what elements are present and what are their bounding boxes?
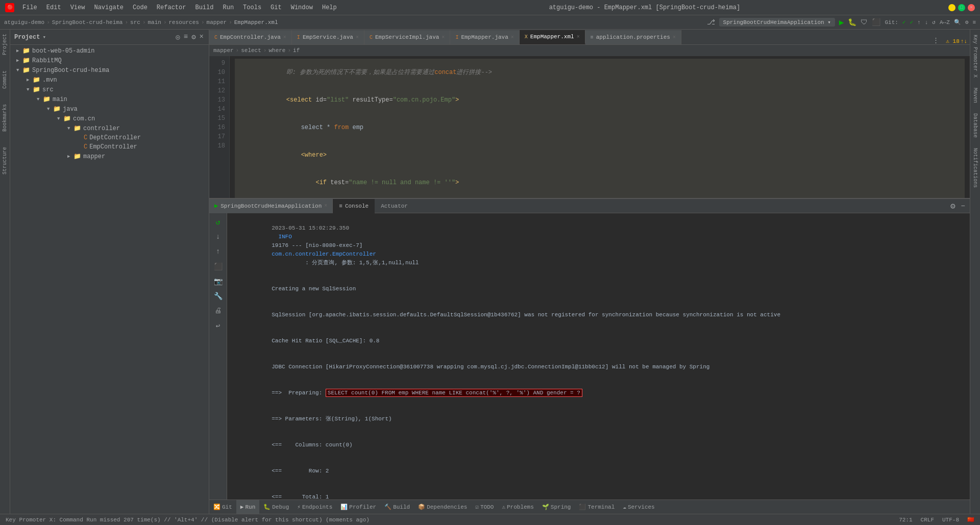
git-bottom-tab[interactable]: 🔀 Git	[209, 500, 236, 514]
menu-help[interactable]: Help	[318, 3, 341, 13]
tree-item-src[interactable]: ▼ 📁 src	[10, 85, 209, 94]
tab-empmapper-xml[interactable]: X EmpMapper.xml ×	[520, 30, 585, 44]
locate-icon[interactable]: ◎	[175, 32, 181, 42]
spring-tab[interactable]: 🌱 Spring	[538, 500, 575, 514]
code-content[interactable]: 即: 参数为死的情况下不需要，如果是占位符需要通过concat进行拼接--> <…	[230, 56, 970, 198]
scroll-down-btn[interactable]: ↓	[212, 231, 224, 243]
tree-item-java[interactable]: ▼ 📁 java	[10, 104, 209, 114]
more-icon[interactable]: ≡	[972, 19, 976, 26]
menu-navigate[interactable]: Navigate	[90, 3, 128, 13]
tab-empcontroller[interactable]: C EmpController.java ×	[209, 30, 292, 44]
tab-close-button[interactable]: ×	[283, 35, 286, 40]
commit-tab[interactable]: Commit	[2, 70, 8, 89]
status-crlf[interactable]: CRLF	[919, 517, 936, 523]
tab-empmapper-java[interactable]: I EmpMapper.java ×	[450, 30, 519, 44]
menu-edit[interactable]: Edit	[42, 3, 65, 13]
problems-tab[interactable]: ⚠ Problems	[498, 500, 537, 514]
right-tab-maven[interactable]: Maven	[971, 85, 979, 106]
tab-close-button[interactable]: ×	[356, 35, 359, 40]
console-output[interactable]: 2023-05-31 15:02:29.350 INFO 19176 --- […	[227, 213, 970, 499]
search-icon[interactable]: 🔍	[954, 19, 961, 26]
breadcrumb-item-mapper[interactable]: mapper	[207, 19, 227, 26]
breadcrumb-where[interactable]: where	[268, 47, 285, 54]
todo-tab[interactable]: ☑ TODO	[471, 500, 498, 514]
status-encoding[interactable]: UTF-8	[941, 517, 961, 523]
tree-item-mvn[interactable]: ▶ 📁 .mvn	[10, 75, 209, 85]
coverage-button[interactable]: 🛡	[861, 18, 868, 27]
run-tab-indicator[interactable]: ▶ SpringBootCrudHeimaApplication ×	[209, 199, 333, 213]
git-arrow-up[interactable]: ↑	[917, 19, 921, 26]
run-button[interactable]: ▶	[839, 17, 844, 28]
stop-run-btn[interactable]: ⬛	[212, 260, 224, 272]
menu-run[interactable]: Run	[218, 3, 238, 13]
tree-item-boot-web[interactable]: ▶ 📁 boot-web-05-admin	[10, 46, 209, 56]
profiler-tab[interactable]: 📊 Profiler	[336, 500, 380, 514]
right-tab-notifications[interactable]: Notifications	[971, 145, 979, 190]
menu-window[interactable]: Window	[287, 3, 317, 13]
scroll-up-btn[interactable]: ↑	[212, 245, 224, 258]
right-tab-key-promoter[interactable]: Key Promoter X	[971, 32, 979, 80]
tree-item-empcontroller[interactable]: C EmpController	[10, 142, 209, 152]
tab-close-button[interactable]: ×	[673, 35, 676, 40]
tree-item-springboot[interactable]: ▼ 📁 SpringBoot-crud-heima	[10, 65, 209, 75]
git-checkmark2[interactable]: ✓	[910, 19, 913, 26]
tab-close-button[interactable]: ×	[511, 35, 514, 40]
menu-refactor[interactable]: Refactor	[153, 3, 190, 13]
run-tab-close[interactable]: ×	[324, 203, 327, 209]
project-tab[interactable]: Project	[2, 34, 8, 55]
rerun-button[interactable]: ↺	[212, 216, 224, 228]
tab-close-button[interactable]: ×	[577, 34, 580, 40]
status-line-col[interactable]: 72:1	[897, 517, 914, 523]
run-wrap-btn[interactable]: ↩	[212, 319, 224, 332]
bookmarks-tab[interactable]: Bookmarks	[2, 104, 8, 132]
breadcrumb-item-project[interactable]: atguigu-demo	[4, 19, 44, 26]
tree-item-controller[interactable]: ▼ 📁 controller	[10, 123, 209, 133]
stop-button[interactable]: ⬛	[872, 18, 880, 27]
endpoints-tab[interactable]: ⚡ Endpoints	[293, 500, 336, 514]
breadcrumb-item-resources[interactable]: resources	[169, 19, 199, 26]
right-tab-database[interactable]: Database	[971, 111, 979, 140]
breadcrumb-if[interactable]: if	[293, 47, 300, 54]
run-config-dropdown[interactable]: SpringBootCrudHeimaApplication ▾	[719, 18, 835, 27]
breadcrumb-select[interactable]: select	[241, 47, 261, 54]
tree-item-mapper-folder[interactable]: ▶ 📁 mapper	[10, 152, 209, 161]
settings-gear-icon[interactable]: ⚙	[190, 32, 197, 42]
tab-empserviceimpl[interactable]: C EmpServiceImpl.java ×	[364, 30, 450, 44]
menu-git[interactable]: Git	[266, 3, 286, 13]
menu-tools[interactable]: Tools	[239, 3, 265, 13]
menu-file[interactable]: File	[18, 3, 41, 13]
gear-icon[interactable]: ⚙	[948, 200, 958, 212]
debug-button[interactable]: 🐛	[848, 18, 856, 27]
run-bottom-tab[interactable]: ▶ Run	[236, 500, 259, 514]
tree-item-deptcontroller[interactable]: C DeptController	[10, 133, 209, 142]
breadcrumb-item-module[interactable]: SpringBoot-crud-heima	[52, 19, 123, 26]
menu-code[interactable]: Code	[129, 3, 152, 13]
build-tab[interactable]: 🔨 Build	[380, 500, 414, 514]
settings-icon[interactable]: ⚙	[965, 19, 969, 26]
git-checkmark1[interactable]: ✓	[902, 19, 906, 26]
vcs-icon[interactable]: ⎇	[707, 18, 715, 27]
menu-build[interactable]: Build	[191, 3, 217, 13]
console-tab[interactable]: ≡ Console	[333, 199, 375, 213]
tab-application-props[interactable]: ≡ application.properties ×	[585, 30, 681, 44]
menu-view[interactable]: View	[66, 3, 89, 13]
terminal-tab[interactable]: ⬛ Terminal	[575, 500, 619, 514]
collapse-all-icon[interactable]: ≡	[183, 32, 189, 42]
breadcrumb-item-src[interactable]: src	[130, 19, 140, 26]
debug-bottom-tab[interactable]: 🐛 Debug	[259, 500, 293, 514]
breadcrumb-mapper[interactable]: mapper	[213, 47, 234, 54]
structure-tab[interactable]: Structure	[2, 147, 8, 174]
services-tab[interactable]: ☁ Services	[619, 500, 658, 514]
run-settings-btn[interactable]: 🔧	[212, 290, 224, 302]
breadcrumb-item-main[interactable]: main	[148, 19, 161, 26]
hide-panel-icon[interactable]: ×	[199, 32, 205, 42]
run-camera-btn[interactable]: 📷	[212, 275, 224, 287]
minimize-button[interactable]: −	[948, 4, 955, 11]
run-print-btn[interactable]: 🖨	[212, 305, 224, 317]
close-button[interactable]: ×	[968, 4, 975, 11]
status-china-icon[interactable]: 🇨🇳	[966, 516, 976, 523]
dependencies-tab[interactable]: 📦 Dependencies	[414, 500, 471, 514]
maximize-button[interactable]: □	[958, 4, 965, 11]
actuator-tab[interactable]: Actuator	[375, 199, 414, 213]
translate-icon[interactable]: A↔Z	[940, 19, 950, 26]
